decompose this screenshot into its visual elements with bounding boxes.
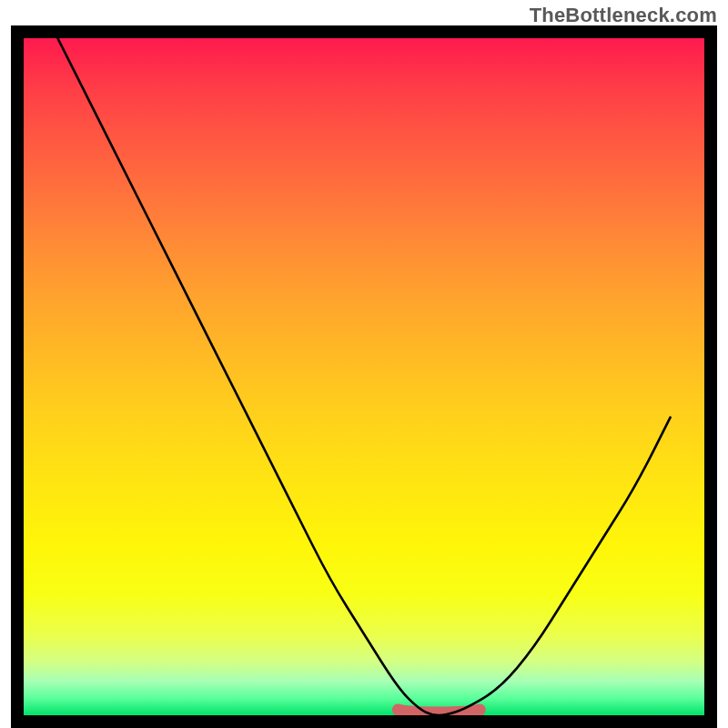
plot-area	[24, 38, 704, 715]
curve-path	[57, 38, 670, 715]
chart-outer-border	[11, 25, 717, 728]
chart-frame: TheBottleneck.com	[0, 0, 728, 728]
optimal-range-band	[398, 710, 480, 713]
watermark-text: TheBottleneck.com	[530, 4, 717, 27]
bottleneck-curve	[24, 38, 704, 715]
